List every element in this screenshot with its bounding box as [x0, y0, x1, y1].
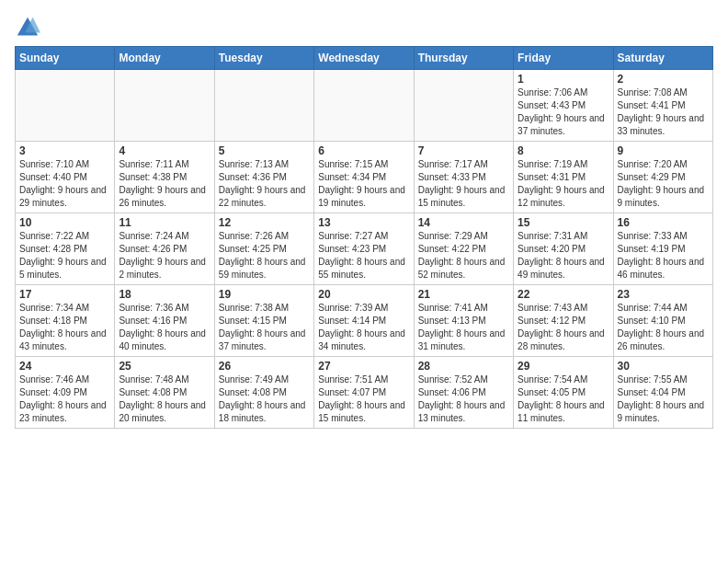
calendar-cell: 7Sunrise: 7:17 AM Sunset: 4:33 PM Daylig…	[414, 142, 513, 213]
calendar-cell: 2Sunrise: 7:08 AM Sunset: 4:41 PM Daylig…	[613, 70, 712, 142]
day-number: 20	[318, 288, 409, 301]
col-header-sunday: Sunday	[16, 47, 115, 70]
day-number: 26	[219, 360, 310, 373]
calendar-cell	[16, 70, 115, 142]
day-number: 23	[618, 288, 709, 301]
calendar-header-row: SundayMondayTuesdayWednesdayThursdayFrid…	[16, 47, 713, 70]
calendar-cell: 29Sunrise: 7:54 AM Sunset: 4:05 PM Dayli…	[514, 357, 613, 429]
col-header-thursday: Thursday	[414, 47, 513, 70]
day-number: 13	[318, 216, 409, 229]
calendar-cell	[214, 70, 313, 142]
day-info: Sunrise: 7:33 AM Sunset: 4:19 PM Dayligh…	[618, 230, 709, 282]
day-number: 30	[618, 360, 709, 373]
logo-icon	[15, 15, 40, 40]
day-info: Sunrise: 7:31 AM Sunset: 4:20 PM Dayligh…	[518, 230, 609, 282]
day-number: 10	[19, 216, 110, 229]
calendar-cell: 12Sunrise: 7:26 AM Sunset: 4:25 PM Dayli…	[214, 213, 313, 285]
day-info: Sunrise: 7:29 AM Sunset: 4:22 PM Dayligh…	[418, 230, 509, 282]
day-info: Sunrise: 7:20 AM Sunset: 4:29 PM Dayligh…	[618, 158, 709, 210]
day-info: Sunrise: 7:46 AM Sunset: 4:09 PM Dayligh…	[19, 373, 110, 425]
calendar-cell: 23Sunrise: 7:44 AM Sunset: 4:10 PM Dayli…	[613, 285, 712, 357]
calendar-table: SundayMondayTuesdayWednesdayThursdayFrid…	[15, 46, 713, 429]
calendar-cell	[314, 70, 414, 142]
day-info: Sunrise: 7:48 AM Sunset: 4:08 PM Dayligh…	[119, 373, 210, 425]
calendar-cell: 14Sunrise: 7:29 AM Sunset: 4:22 PM Dayli…	[414, 213, 513, 285]
week-row-0: 1Sunrise: 7:06 AM Sunset: 4:43 PM Daylig…	[16, 70, 713, 142]
calendar-cell: 3Sunrise: 7:10 AM Sunset: 4:40 PM Daylig…	[16, 142, 115, 213]
day-info: Sunrise: 7:51 AM Sunset: 4:07 PM Dayligh…	[318, 373, 409, 425]
calendar-cell: 4Sunrise: 7:11 AM Sunset: 4:38 PM Daylig…	[115, 142, 214, 213]
day-number: 14	[418, 216, 509, 229]
day-info: Sunrise: 7:43 AM Sunset: 4:12 PM Dayligh…	[518, 302, 609, 353]
day-number: 17	[19, 288, 110, 301]
calendar-cell: 25Sunrise: 7:48 AM Sunset: 4:08 PM Dayli…	[115, 357, 214, 429]
calendar-cell: 10Sunrise: 7:22 AM Sunset: 4:28 PM Dayli…	[16, 213, 115, 285]
day-info: Sunrise: 7:34 AM Sunset: 4:18 PM Dayligh…	[19, 302, 110, 353]
day-number: 8	[518, 144, 609, 157]
calendar-cell: 26Sunrise: 7:49 AM Sunset: 4:08 PM Dayli…	[214, 357, 313, 429]
day-number: 27	[318, 360, 409, 373]
day-number: 1	[518, 73, 609, 86]
day-info: Sunrise: 7:17 AM Sunset: 4:33 PM Dayligh…	[418, 158, 509, 210]
day-info: Sunrise: 7:41 AM Sunset: 4:13 PM Dayligh…	[418, 302, 509, 353]
day-info: Sunrise: 7:52 AM Sunset: 4:06 PM Dayligh…	[418, 373, 509, 425]
calendar-cell: 20Sunrise: 7:39 AM Sunset: 4:14 PM Dayli…	[314, 285, 414, 357]
calendar-cell: 30Sunrise: 7:55 AM Sunset: 4:04 PM Dayli…	[613, 357, 712, 429]
calendar-cell: 27Sunrise: 7:51 AM Sunset: 4:07 PM Dayli…	[314, 357, 414, 429]
week-row-1: 3Sunrise: 7:10 AM Sunset: 4:40 PM Daylig…	[16, 142, 713, 213]
day-number: 19	[219, 288, 310, 301]
day-number: 16	[618, 216, 709, 229]
calendar-cell: 9Sunrise: 7:20 AM Sunset: 4:29 PM Daylig…	[613, 142, 712, 213]
day-info: Sunrise: 7:36 AM Sunset: 4:16 PM Dayligh…	[119, 302, 210, 353]
day-info: Sunrise: 7:39 AM Sunset: 4:14 PM Dayligh…	[318, 302, 409, 353]
day-info: Sunrise: 7:38 AM Sunset: 4:15 PM Dayligh…	[219, 302, 310, 353]
logo	[15, 15, 44, 40]
week-row-3: 17Sunrise: 7:34 AM Sunset: 4:18 PM Dayli…	[16, 285, 713, 357]
calendar-cell: 1Sunrise: 7:06 AM Sunset: 4:43 PM Daylig…	[514, 70, 613, 142]
week-row-4: 24Sunrise: 7:46 AM Sunset: 4:09 PM Dayli…	[16, 357, 713, 429]
calendar-cell: 8Sunrise: 7:19 AM Sunset: 4:31 PM Daylig…	[514, 142, 613, 213]
calendar-cell	[115, 70, 214, 142]
day-number: 12	[219, 216, 310, 229]
day-info: Sunrise: 7:22 AM Sunset: 4:28 PM Dayligh…	[19, 230, 110, 282]
day-info: Sunrise: 7:10 AM Sunset: 4:40 PM Dayligh…	[19, 158, 110, 210]
day-info: Sunrise: 7:55 AM Sunset: 4:04 PM Dayligh…	[618, 373, 709, 425]
calendar-cell: 13Sunrise: 7:27 AM Sunset: 4:23 PM Dayli…	[314, 213, 414, 285]
calendar-cell: 17Sunrise: 7:34 AM Sunset: 4:18 PM Dayli…	[16, 285, 115, 357]
day-info: Sunrise: 7:08 AM Sunset: 4:41 PM Dayligh…	[618, 86, 709, 138]
day-info: Sunrise: 7:15 AM Sunset: 4:34 PM Dayligh…	[318, 158, 409, 210]
day-number: 29	[518, 360, 609, 373]
calendar-cell: 28Sunrise: 7:52 AM Sunset: 4:06 PM Dayli…	[414, 357, 513, 429]
col-header-friday: Friday	[514, 47, 613, 70]
day-info: Sunrise: 7:11 AM Sunset: 4:38 PM Dayligh…	[119, 158, 210, 210]
header	[15, 15, 713, 40]
week-row-2: 10Sunrise: 7:22 AM Sunset: 4:28 PM Dayli…	[16, 213, 713, 285]
day-number: 28	[418, 360, 509, 373]
page: SundayMondayTuesdayWednesdayThursdayFrid…	[0, 0, 728, 563]
col-header-tuesday: Tuesday	[214, 47, 313, 70]
day-info: Sunrise: 7:19 AM Sunset: 4:31 PM Dayligh…	[518, 158, 609, 210]
day-number: 25	[119, 360, 210, 373]
day-number: 21	[418, 288, 509, 301]
day-info: Sunrise: 7:24 AM Sunset: 4:26 PM Dayligh…	[119, 230, 210, 282]
calendar-cell: 21Sunrise: 7:41 AM Sunset: 4:13 PM Dayli…	[414, 285, 513, 357]
day-info: Sunrise: 7:54 AM Sunset: 4:05 PM Dayligh…	[518, 373, 609, 425]
calendar-cell: 15Sunrise: 7:31 AM Sunset: 4:20 PM Dayli…	[514, 213, 613, 285]
calendar-cell: 11Sunrise: 7:24 AM Sunset: 4:26 PM Dayli…	[115, 213, 214, 285]
calendar-cell: 18Sunrise: 7:36 AM Sunset: 4:16 PM Dayli…	[115, 285, 214, 357]
day-number: 11	[119, 216, 210, 229]
day-info: Sunrise: 7:49 AM Sunset: 4:08 PM Dayligh…	[219, 373, 310, 425]
day-number: 24	[19, 360, 110, 373]
day-number: 22	[518, 288, 609, 301]
day-number: 3	[19, 144, 110, 157]
day-number: 2	[618, 73, 709, 86]
day-number: 6	[318, 144, 409, 157]
calendar-cell: 19Sunrise: 7:38 AM Sunset: 4:15 PM Dayli…	[214, 285, 313, 357]
calendar-cell: 24Sunrise: 7:46 AM Sunset: 4:09 PM Dayli…	[16, 357, 115, 429]
calendar-cell	[414, 70, 513, 142]
day-number: 15	[518, 216, 609, 229]
day-number: 4	[119, 144, 210, 157]
calendar-cell: 22Sunrise: 7:43 AM Sunset: 4:12 PM Dayli…	[514, 285, 613, 357]
col-header-monday: Monday	[115, 47, 214, 70]
calendar-cell: 16Sunrise: 7:33 AM Sunset: 4:19 PM Dayli…	[613, 213, 712, 285]
